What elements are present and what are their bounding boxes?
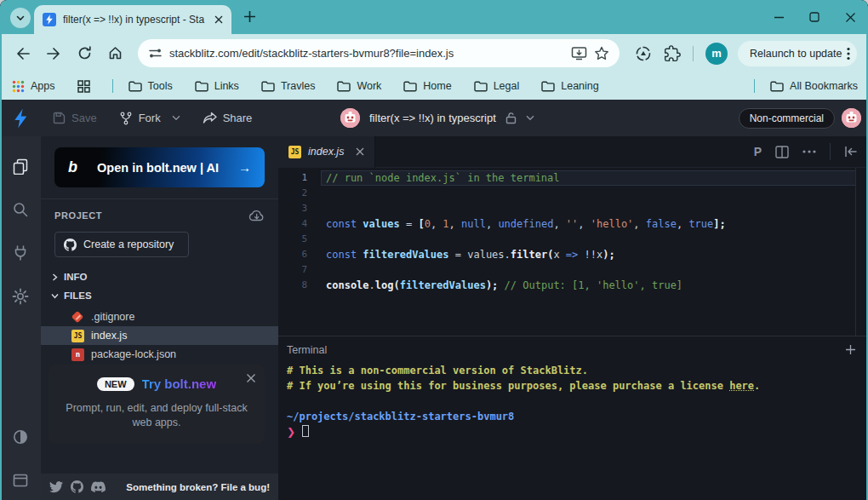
tab-search-button[interactable]	[10, 8, 31, 28]
tab-close-icon[interactable]	[214, 15, 223, 24]
code-editor[interactable]: 1// run `node index.js` in the terminal2…	[278, 168, 868, 336]
editor-tab-bar: JS index.js P	[278, 136, 868, 168]
save-icon	[53, 112, 66, 124]
code-line[interactable]: 5	[278, 232, 868, 247]
code-line[interactable]: 3	[278, 201, 868, 216]
code-line[interactable]: 8console.log(filteredValues); // Output:…	[278, 278, 868, 293]
terminal-panel[interactable]: Terminal # This is a non-commercial vers…	[278, 336, 868, 500]
back-button[interactable]	[12, 43, 34, 65]
bookmark-folder-label: Travles	[281, 80, 316, 92]
maximize-button[interactable]	[808, 11, 820, 23]
project-title[interactable]: filter(x => !!x) in typescript	[369, 112, 496, 124]
prettier-icon[interactable]: P	[754, 145, 762, 158]
folder-icon	[195, 81, 208, 92]
collapse-panel-icon[interactable]	[844, 146, 858, 158]
search-icon[interactable]	[9, 198, 31, 221]
bookmark-folder[interactable]: Tools	[128, 80, 173, 92]
github-icon[interactable]	[71, 480, 83, 493]
code-text: const filteredValues = values.filter(x =…	[321, 247, 856, 262]
fork-button[interactable]: Fork	[119, 112, 180, 125]
split-editor-icon[interactable]	[775, 146, 789, 158]
bookmark-apps[interactable]: Apps	[12, 80, 55, 93]
fork-menu-chevron-icon[interactable]	[172, 115, 180, 121]
visibility-chevron-icon[interactable]	[526, 115, 534, 121]
bookmark-grid-shortcut[interactable]	[77, 80, 90, 93]
folder-icon	[128, 81, 142, 92]
unlock-icon[interactable]	[505, 112, 517, 124]
apps-grid-icon	[12, 80, 25, 93]
file-row[interactable]: .gitignore	[41, 307, 278, 326]
chevron-down-icon	[51, 292, 59, 300]
new-terminal-icon[interactable]	[845, 344, 856, 355]
profile-avatar[interactable]: m	[705, 43, 728, 65]
terminal-prompt-row[interactable]: ❯	[287, 424, 859, 440]
folder-icon	[541, 81, 555, 92]
ports-plug-icon[interactable]	[9, 242, 31, 264]
install-app-icon[interactable]	[571, 46, 587, 60]
browser-menu-icon[interactable]	[847, 47, 850, 60]
browser-toolbar: stackblitz.com/edit/stackblitz-starters-…	[0, 34, 868, 72]
forward-button[interactable]	[43, 43, 65, 65]
code-line[interactable]: 7	[278, 262, 868, 278]
bookmark-folder[interactable]: Links	[195, 80, 239, 92]
toolbar-separator	[693, 46, 694, 61]
bookmark-folder[interactable]: Travles	[261, 80, 316, 92]
home-button[interactable]	[104, 43, 126, 65]
layout-panel-icon[interactable]	[9, 469, 31, 491]
share-button[interactable]: Share	[203, 112, 253, 124]
promo-close-icon[interactable]	[246, 373, 256, 383]
save-button[interactable]: Save	[53, 112, 97, 124]
file-row[interactable]: npackage-lock.json	[41, 345, 278, 364]
editor-tab-close-icon[interactable]	[356, 147, 364, 156]
code-line[interactable]: 6const filteredValues = values.filter(x …	[278, 247, 868, 262]
section-files[interactable]: FILES	[41, 286, 278, 305]
folder-icon	[474, 81, 488, 92]
bookmark-star-icon[interactable]	[594, 46, 609, 60]
reload-button[interactable]	[73, 43, 95, 65]
project-avatar[interactable]	[340, 108, 360, 128]
try-bolt-link[interactable]: Try bolt.new	[142, 376, 217, 391]
editor-scrollbar[interactable]	[855, 168, 856, 336]
code-line[interactable]: 4const values = [0, 1, null, undefined, …	[278, 216, 868, 232]
minimize-button[interactable]	[773, 11, 785, 23]
npm-file-icon: n	[71, 348, 84, 361]
code-line[interactable]: 2	[278, 186, 868, 201]
tabbar-divider	[830, 143, 831, 160]
bookmark-folder[interactable]: Legal	[474, 80, 520, 92]
share-icon	[203, 112, 217, 124]
bookmark-folder[interactable]: Home	[403, 80, 451, 92]
close-button[interactable]	[844, 11, 856, 23]
code-line[interactable]: 1// run `node index.js` in the terminal	[278, 170, 868, 186]
terminal-cursor	[302, 425, 309, 437]
js-file-icon: JS	[71, 330, 84, 342]
discord-icon[interactable]	[91, 481, 106, 492]
files-panel-icon[interactable]	[9, 155, 31, 177]
theme-contrast-icon[interactable]	[9, 426, 31, 448]
editor-tab-indexjs[interactable]: JS index.js	[278, 136, 375, 168]
stackblitz-logo-icon[interactable]	[0, 108, 41, 129]
address-bar[interactable]: stackblitz.com/edit/stackblitz-starters-…	[138, 39, 620, 67]
ad-privacy-icon[interactable]	[635, 45, 652, 62]
all-bookmarks-button[interactable]: All Bookmarks	[770, 80, 858, 92]
url-text[interactable]: stackblitz.com/edit/stackblitz-starters-…	[169, 47, 564, 60]
settings-gear-icon[interactable]	[9, 285, 31, 307]
user-avatar[interactable]	[842, 108, 861, 128]
relaunch-to-update-button[interactable]: Relaunch to update	[738, 41, 857, 66]
license-link[interactable]: here	[729, 380, 754, 392]
extensions-icon[interactable]	[664, 45, 681, 62]
cloud-download-icon[interactable]	[248, 210, 265, 221]
create-repository-button[interactable]: Create a repository	[54, 232, 189, 257]
open-in-bolt-button[interactable]: b Open in bolt.new | AI →	[54, 147, 265, 187]
bookmark-folder[interactable]: Work	[337, 80, 381, 92]
site-settings-icon[interactable]	[148, 47, 163, 60]
file-a-bug-link[interactable]: Something broken? File a bug!	[126, 482, 270, 492]
browser-tab[interactable]: filter(x => !!x) in typescript - Sta	[34, 5, 231, 34]
new-tab-button[interactable]	[243, 10, 256, 23]
section-info[interactable]: INFO	[41, 267, 278, 286]
twitter-icon[interactable]	[49, 481, 63, 493]
terminal-cwd: ~/projects/stackblitz-starters-bvmur8	[287, 409, 859, 424]
file-row[interactable]: JSindex.js	[41, 326, 278, 345]
bookmark-folder[interactable]: Leaning	[541, 80, 599, 92]
more-actions-icon[interactable]	[802, 150, 816, 153]
bookmark-folder-label: Home	[423, 80, 451, 92]
